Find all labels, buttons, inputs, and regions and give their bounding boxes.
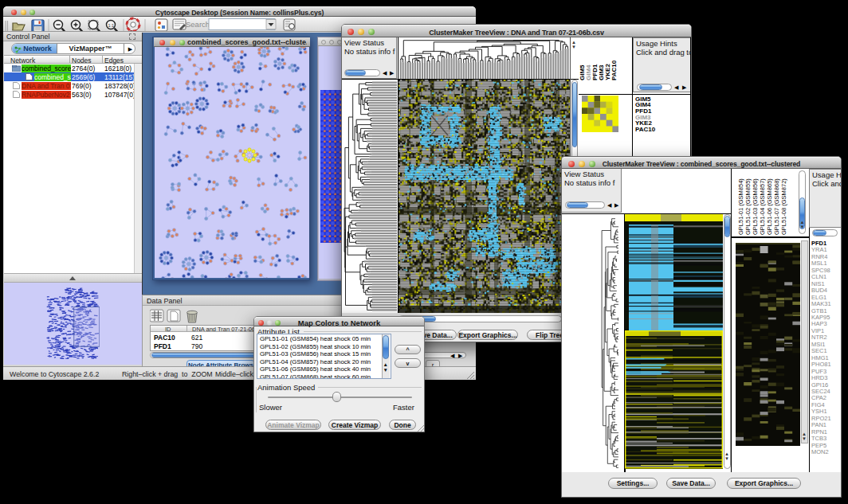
svg-text:1:1: 1:1 [108,23,115,28]
svg-text:Search:: Search: [186,20,212,29]
